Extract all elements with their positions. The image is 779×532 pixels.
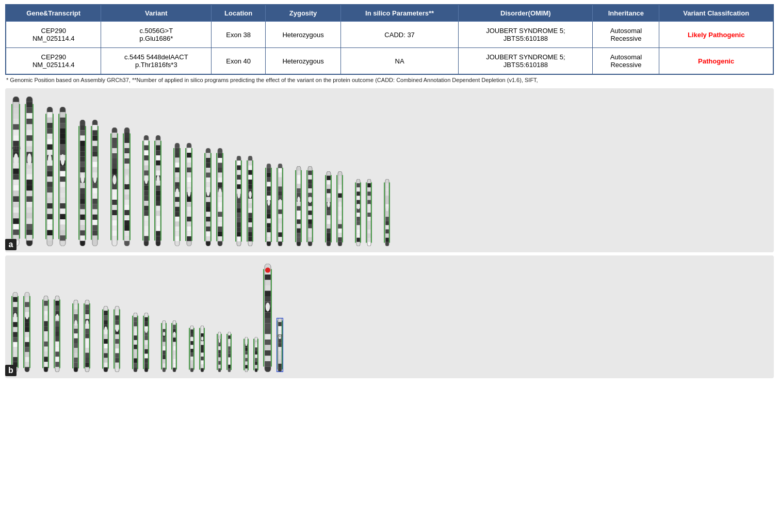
svg-rect-241 bbox=[124, 225, 129, 231]
svg-rect-314 bbox=[175, 178, 180, 183]
svg-rect-55 bbox=[26, 202, 33, 207]
svg-rect-152 bbox=[80, 220, 85, 225]
svg-rect-45 bbox=[26, 147, 33, 152]
svg-rect-367 bbox=[206, 178, 210, 183]
svg-point-457 bbox=[249, 191, 252, 198]
chromosome-unit bbox=[161, 320, 167, 372]
svg-rect-23 bbox=[13, 213, 19, 219]
svg-rect-402 bbox=[218, 222, 222, 227]
svg-rect-349 bbox=[187, 217, 191, 222]
svg-rect-337 bbox=[187, 158, 191, 163]
svg-rect-720 bbox=[44, 321, 48, 326]
svg-rect-661 bbox=[385, 230, 389, 234]
svg-rect-170 bbox=[92, 156, 98, 162]
svg-rect-641 bbox=[367, 238, 371, 242]
svg-rect-113 bbox=[60, 171, 66, 176]
svg-rect-526 bbox=[297, 233, 301, 237]
svg-rect-991 bbox=[245, 365, 248, 368]
svg-rect-375 bbox=[206, 217, 210, 222]
svg-point-576 bbox=[327, 201, 330, 207]
svg-rect-398 bbox=[218, 202, 222, 207]
svg-rect-760 bbox=[74, 314, 78, 319]
svg-rect-205 bbox=[112, 189, 117, 195]
svg-rect-806 bbox=[104, 339, 108, 344]
chromosome-unit bbox=[263, 264, 272, 372]
chromosome-unit bbox=[25, 96, 34, 246]
chromosome-svg: p31.1 bbox=[11, 96, 21, 246]
svg-rect-112 bbox=[60, 166, 66, 171]
svg-rect-269 bbox=[144, 226, 149, 231]
svg-rect-478 bbox=[267, 232, 271, 237]
svg-rect-540 bbox=[308, 188, 312, 193]
svg-rect-228 bbox=[124, 158, 129, 164]
svg-rect-7 bbox=[13, 124, 19, 130]
chromosome-unit bbox=[199, 326, 205, 372]
svg-rect-404 bbox=[218, 232, 222, 237]
svg-rect-81 bbox=[47, 171, 53, 176]
svg-rect-659 bbox=[385, 221, 389, 225]
svg-rect-242 bbox=[124, 231, 129, 236]
chromosome-svg bbox=[58, 107, 67, 246]
svg-rect-570 bbox=[327, 220, 331, 224]
svg-rect-986 bbox=[245, 347, 248, 351]
svg-point-127 bbox=[61, 154, 65, 166]
svg-rect-424 bbox=[237, 208, 241, 213]
svg-rect-592 bbox=[338, 215, 342, 220]
svg-rect-167 bbox=[92, 141, 98, 146]
chromosome-unit bbox=[366, 179, 372, 246]
svg-rect-346 bbox=[187, 202, 191, 207]
svg-rect-442 bbox=[248, 175, 252, 180]
chromosome-svg bbox=[143, 313, 150, 372]
chromosome-unit bbox=[143, 313, 150, 372]
svg-rect-70 bbox=[47, 112, 53, 117]
svg-rect-347 bbox=[187, 207, 191, 212]
svg-rect-845 bbox=[134, 340, 137, 345]
svg-rect-172 bbox=[92, 167, 98, 172]
svg-rect-607 bbox=[356, 187, 360, 191]
svg-rect-1027 bbox=[265, 329, 271, 334]
col-classification: Variant Classifcation bbox=[659, 5, 773, 22]
svg-rect-108 bbox=[60, 144, 66, 150]
svg-rect-1004 bbox=[255, 354, 257, 358]
svg-rect-87 bbox=[47, 203, 53, 208]
svg-rect-882 bbox=[163, 342, 166, 346]
svg-point-709 bbox=[25, 313, 28, 319]
svg-rect-745 bbox=[55, 342, 59, 347]
svg-rect-451 bbox=[248, 218, 252, 222]
chromosome-unit bbox=[113, 306, 121, 372]
svg-rect-49 bbox=[26, 169, 33, 174]
svg-rect-1002 bbox=[255, 347, 257, 351]
svg-rect-491 bbox=[278, 182, 282, 187]
svg-rect-125 bbox=[60, 235, 66, 240]
svg-rect-1026 bbox=[265, 324, 271, 329]
svg-rect-224 bbox=[124, 138, 129, 143]
svg-rect-781 bbox=[85, 314, 89, 319]
svg-rect-313 bbox=[175, 172, 180, 178]
chromosomes-row-a: p31.1 bbox=[11, 96, 768, 246]
col-variant: Variant bbox=[101, 5, 212, 22]
svg-rect-987 bbox=[245, 351, 248, 354]
chromosome-svg bbox=[199, 326, 205, 372]
svg-point-871 bbox=[145, 328, 148, 333]
chromosome-svg bbox=[171, 320, 177, 372]
svg-rect-177 bbox=[92, 194, 98, 199]
svg-point-355 bbox=[187, 188, 190, 197]
svg-rect-524 bbox=[297, 224, 301, 229]
svg-rect-769 bbox=[74, 358, 78, 362]
svg-rect-153 bbox=[80, 225, 85, 230]
svg-rect-1019 bbox=[265, 285, 271, 291]
svg-rect-183 bbox=[92, 225, 98, 230]
svg-rect-742 bbox=[55, 326, 59, 331]
svg-rect-271 bbox=[144, 236, 149, 241]
svg-rect-906 bbox=[173, 368, 176, 372]
svg-rect-8 bbox=[13, 130, 19, 135]
svg-rect-899 bbox=[173, 337, 176, 342]
svg-rect-72 bbox=[47, 123, 53, 128]
svg-rect-374 bbox=[206, 212, 210, 217]
svg-rect-971 bbox=[228, 350, 231, 353]
svg-rect-60 bbox=[26, 230, 33, 235]
chromosome-svg bbox=[102, 306, 109, 372]
svg-rect-22 bbox=[13, 207, 19, 213]
svg-rect-696 bbox=[25, 307, 29, 312]
chromosome-unit bbox=[142, 135, 150, 246]
